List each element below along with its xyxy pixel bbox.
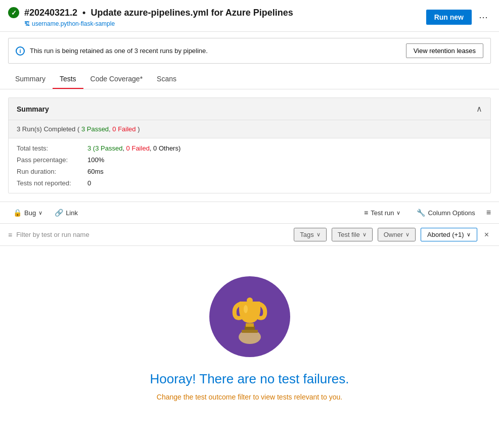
view-retention-leases-button[interactable]: View retention leases xyxy=(406,43,483,58)
test-file-filter-button[interactable]: Test file ∨ xyxy=(332,228,373,241)
retention-message: This run is being retained as one of 3 r… xyxy=(30,47,208,55)
not-reported-label: Tests not reported: xyxy=(17,179,87,187)
success-icon: ✓ xyxy=(8,7,19,18)
trophy-circle xyxy=(209,276,290,357)
summary-section: Summary ∧ 3 Run(s) Completed ( 3 Passed,… xyxy=(8,97,491,193)
tags-label: Tags xyxy=(300,231,313,238)
title-separator: • xyxy=(82,8,85,18)
runs-completed-bar: 3 Run(s) Completed ( 3 Passed, 0 Failed … xyxy=(9,120,490,138)
test-file-label: Test file xyxy=(338,231,360,238)
close-filter-button[interactable]: × xyxy=(482,230,491,239)
column-options-label: Column Options xyxy=(428,209,475,217)
tab-coverage[interactable]: Code Coverage* xyxy=(83,70,150,89)
summary-section-title: Summary xyxy=(17,105,49,113)
bug-chevron-icon: ∨ xyxy=(38,210,42,216)
owner-chevron-icon: ∨ xyxy=(405,231,410,238)
filter-icon: ≡ xyxy=(8,231,12,239)
test-run-button[interactable]: ≡ Test run ∨ xyxy=(359,206,405,219)
filter-icon-button[interactable]: ≡ xyxy=(486,208,491,217)
pass-pct-value: 100% xyxy=(87,156,104,164)
filter-row: ≡ Filter by test or run name Tags ∨ Test… xyxy=(0,224,499,246)
runs-completed-text: 3 Run(s) Completed ( 3 Passed, 0 Failed … xyxy=(17,125,140,133)
run-new-button[interactable]: Run new xyxy=(426,10,472,25)
empty-state-subtitle: Change the test outcome filter to view t… xyxy=(157,393,342,401)
column-options-icon: 🔧 xyxy=(417,209,425,217)
tags-filter-button[interactable]: Tags ∨ xyxy=(294,228,326,241)
trophy-icon xyxy=(219,286,280,347)
info-icon: i xyxy=(16,46,25,56)
bug-label: Bug xyxy=(24,209,36,217)
owner-label: Owner xyxy=(384,231,403,238)
svg-point-4 xyxy=(244,305,248,313)
tags-chevron-icon: ∨ xyxy=(316,231,321,238)
tab-summary[interactable]: Summary xyxy=(8,70,53,89)
test-run-chevron-icon: ∨ xyxy=(396,210,400,216)
svg-rect-2 xyxy=(242,330,258,333)
more-options-button[interactable]: ⋯ xyxy=(476,10,491,25)
tabs-bar: Summary Tests Code Coverage* Scans xyxy=(0,70,499,89)
aborted-chevron-icon: ∨ xyxy=(467,231,471,238)
empty-state-area: Hooray! There are no test failures. Chan… xyxy=(0,246,499,421)
test-file-chevron-icon: ∨ xyxy=(362,231,367,238)
tab-tests[interactable]: Tests xyxy=(53,70,83,89)
run-duration-label: Run duration: xyxy=(17,168,87,175)
subtitle-link[interactable]: username.python-flask-sample xyxy=(32,20,115,27)
bug-button[interactable]: 🔒 Bug ∨ xyxy=(8,206,48,219)
total-tests-value: 3 (3 Passed, 0 Failed, 0 Others) xyxy=(87,144,180,152)
svg-rect-3 xyxy=(246,323,254,327)
total-tests-label: Total tests: xyxy=(17,144,87,152)
link-button[interactable]: 🔗 Link xyxy=(50,206,83,219)
empty-state-title: Hooray! There are no test failures. xyxy=(150,371,349,387)
test-toolbar: 🔒 Bug ∨ 🔗 Link ≡ Test run ∨ 🔧 Column Opt… xyxy=(0,202,499,224)
owner-filter-button[interactable]: Owner ∨ xyxy=(378,228,416,241)
aborted-filter-chip: Aborted (+1) ∨ xyxy=(421,228,477,241)
page-title: Update azure-pipelines.yml for Azure Pip… xyxy=(90,8,293,18)
build-number: #20240321.2 xyxy=(24,8,77,18)
link-label: Link xyxy=(66,209,78,217)
test-run-label: Test run xyxy=(371,209,394,217)
filter-placeholder: Filter by test or run name xyxy=(16,231,89,238)
column-options-button[interactable]: 🔧 Column Options xyxy=(412,206,480,219)
tab-scans[interactable]: Scans xyxy=(150,70,184,89)
svg-point-5 xyxy=(247,297,253,304)
collapse-button[interactable]: ∧ xyxy=(476,104,482,114)
not-reported-value: 0 xyxy=(87,179,91,187)
list-icon: ≡ xyxy=(364,209,368,217)
link-icon: 🔗 xyxy=(55,209,63,217)
pass-pct-label: Pass percentage: xyxy=(17,156,87,164)
aborted-label: Aborted (+1) xyxy=(427,231,464,238)
repo-icon: 🏗 xyxy=(24,21,30,27)
bug-icon: 🔒 xyxy=(13,209,22,217)
run-duration-value: 60ms xyxy=(87,168,104,175)
